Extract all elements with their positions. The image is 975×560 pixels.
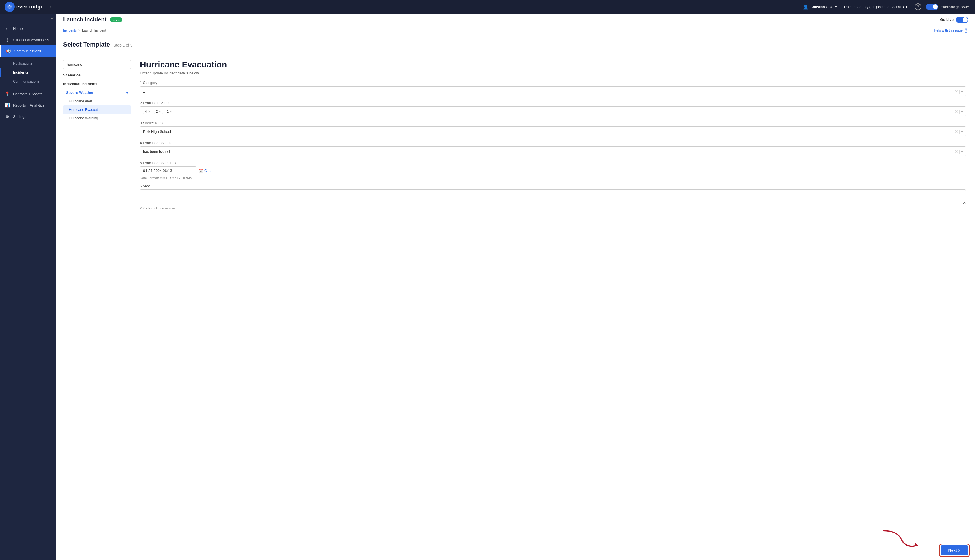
char-remaining: 260 characters remaining <box>140 207 966 210</box>
sidebar-item-label: Settings <box>13 115 26 119</box>
calendar-icon: 📅 <box>199 168 203 173</box>
nav-expand-icon[interactable]: » <box>47 3 54 10</box>
go-live-toggle[interactable] <box>956 17 968 23</box>
evacuation-start-time-input[interactable] <box>140 167 196 175</box>
sidebar-collapse-button[interactable]: « <box>0 13 57 23</box>
category-select[interactable]: 1 ✕ | ▾ <box>140 86 966 97</box>
user-menu[interactable]: 👤 Christian Cole ▾ <box>803 4 837 10</box>
area-field: 6 Area 260 characters remaining <box>140 184 966 210</box>
sidebar-item-label: Contacts + Assets <box>13 92 42 96</box>
chevron-down-icon[interactable]: ▾ <box>961 130 963 133</box>
page-header-bar: Launch Incident Live Go Live <box>57 13 975 26</box>
template-search-input[interactable] <box>63 60 131 69</box>
user-chevron-icon: ▾ <box>835 5 837 9</box>
right-panel: Hurricane Evacuation Enter / update inci… <box>138 60 968 537</box>
clear-date-button[interactable]: 📅 Clear <box>199 168 213 173</box>
sidebar-item-situational-awareness[interactable]: ◎ Situational Awareness <box>0 34 57 45</box>
step-title: Select Template <box>63 41 110 48</box>
go-live-knob <box>963 17 968 22</box>
breadcrumb: Incidents > Launch Incident <box>63 28 106 32</box>
tag-4-remove[interactable]: ✕ <box>148 110 150 113</box>
shelter-name-select[interactable]: Polk High School ✕ | ▾ <box>140 126 966 137</box>
tag-1-remove[interactable]: ✕ <box>170 110 172 113</box>
clear-x-icon[interactable]: ✕ <box>955 109 958 113</box>
main-content: Launch Incident Live Go Live Incidents >… <box>57 13 975 560</box>
logo[interactable]: everbridge <box>5 2 44 12</box>
toggle-switch[interactable] <box>926 4 938 10</box>
next-button[interactable]: Next > <box>941 545 968 555</box>
incident-subtitle: Enter / update incident details below <box>140 71 966 75</box>
evacuation-zone-field: 2 Evacuation Zone 4 ✕ 2 ✕ 1 ✕ ✕ | ▾ <box>140 101 966 117</box>
breadcrumb-parent[interactable]: Incidents <box>63 28 77 32</box>
notifications-label: Notifications <box>13 62 32 65</box>
communications-submenu: Notifications Incidents Communications <box>0 57 57 88</box>
hurricane-alert-item[interactable]: Hurricane Alert <box>63 97 131 105</box>
step-indicator: Step 1 of 3 <box>114 43 133 47</box>
severe-weather-group: Severe Weather ▾ Hurricane Alert Hurrica… <box>63 88 131 122</box>
sidebar-item-settings[interactable]: ⚙ Settings <box>0 111 57 122</box>
clear-x-icon[interactable]: ✕ <box>955 129 958 134</box>
nav-left: everbridge » <box>5 2 54 12</box>
bottom-bar: Next > <box>57 540 975 560</box>
sidebar-item-label: Home <box>13 27 23 31</box>
brand-label: Everbridge 360™ <box>941 5 970 9</box>
breadcrumb-bar: Incidents > Launch Incident Help with th… <box>57 26 975 35</box>
user-name: Christian Cole <box>810 5 833 9</box>
hurricane-warning-item[interactable]: Hurricane Warning <box>63 114 131 122</box>
toggle-knob <box>933 4 938 9</box>
date-format-hint: Date Format: MM-DD-YYYY HH:MM <box>140 176 966 180</box>
help-button[interactable]: ? <box>915 3 922 10</box>
clear-label: Clear <box>204 169 213 173</box>
area-textarea[interactable] <box>140 190 966 204</box>
evacuation-status-select[interactable]: has been issued ✕ | ▾ <box>140 146 966 157</box>
shelter-name-value: Polk High School <box>143 130 171 134</box>
home-icon: ⌂ <box>5 26 10 31</box>
sidebar-item-label: Reports + Analytics <box>13 103 45 107</box>
sidebar-item-home[interactable]: ⌂ Home <box>0 23 57 34</box>
tag-2-remove[interactable]: ✕ <box>159 110 161 113</box>
communications-sub-label: Communications <box>13 80 39 83</box>
sidebar-item-contacts-assets[interactable]: 📍 Contacts + Assets <box>0 88 57 100</box>
evacuation-start-time-field: 5 Evacuation Start Time 📅 Clear Date For… <box>140 161 966 180</box>
severe-weather-label: Severe Weather <box>66 90 93 95</box>
sidebar-sub-incidents[interactable]: Incidents <box>0 68 57 77</box>
chevron-down-icon[interactable]: ▾ <box>961 150 963 153</box>
org-name: Rainier County (Organization Admin) <box>844 5 904 9</box>
everbridge360-toggle[interactable]: Everbridge 360™ <box>926 4 970 10</box>
hurricane-evacuation-item[interactable]: Hurricane Evacuation <box>63 105 131 114</box>
go-live-container: Go Live <box>940 17 968 23</box>
top-navbar: everbridge » 👤 Christian Cole ▾ Rainier … <box>0 0 975 13</box>
evacuation-status-label: 4 Evacuation Status <box>140 141 966 145</box>
sidebar-item-label: Communications <box>14 49 41 53</box>
clear-x-icon[interactable]: ✕ <box>955 89 958 93</box>
area-label: 6 Area <box>140 184 966 188</box>
sidebar-item-label: Situational Awareness <box>13 38 49 42</box>
chevron-down-icon[interactable]: ▾ <box>961 89 963 93</box>
reports-icon: 📊 <box>5 103 10 108</box>
chevron-down-icon[interactable]: ▾ <box>961 109 963 113</box>
sidebar-item-communications[interactable]: 📢 Communications <box>0 45 57 57</box>
shelter-name-field: 3 Shelter Name Polk High School ✕ | ▾ <box>140 121 966 137</box>
live-badge: Live <box>110 17 122 22</box>
breadcrumb-separator: > <box>78 28 80 32</box>
clear-x-icon[interactable]: ✕ <box>955 149 958 154</box>
evacuation-zone-label: 2 Evacuation Zone <box>140 101 966 105</box>
sidebar-item-reports-analytics[interactable]: 📊 Reports + Analytics <box>0 100 57 111</box>
help-icon-label: ? <box>917 5 919 9</box>
help-page-text: Help with this page <box>934 28 963 32</box>
contacts-icon: 📍 <box>5 92 10 97</box>
category-field: 1 Category 1 ✕ | ▾ <box>140 81 966 97</box>
help-page-link[interactable]: Help with this page ? <box>934 28 968 33</box>
severe-weather-header[interactable]: Severe Weather ▾ <box>63 88 131 97</box>
template-layout: Scenarios Individual Incidents Severe We… <box>63 60 968 537</box>
sidebar-sub-notifications[interactable]: Notifications <box>0 59 57 68</box>
tag-4: 4 ✕ <box>143 108 152 114</box>
app-body: « ⌂ Home ◎ Situational Awareness 📢 Commu… <box>0 13 975 560</box>
svg-marker-1 <box>914 542 918 547</box>
go-live-label: Go Live <box>940 17 953 22</box>
org-selector[interactable]: Rainier County (Organization Admin) ▾ <box>841 4 910 10</box>
evacuation-zone-select[interactable]: 4 ✕ 2 ✕ 1 ✕ ✕ | ▾ <box>140 106 966 117</box>
category-label: 1 Category <box>140 81 966 85</box>
sidebar-sub-communications[interactable]: Communications <box>0 77 57 86</box>
tag-1: 1 ✕ <box>165 108 174 114</box>
